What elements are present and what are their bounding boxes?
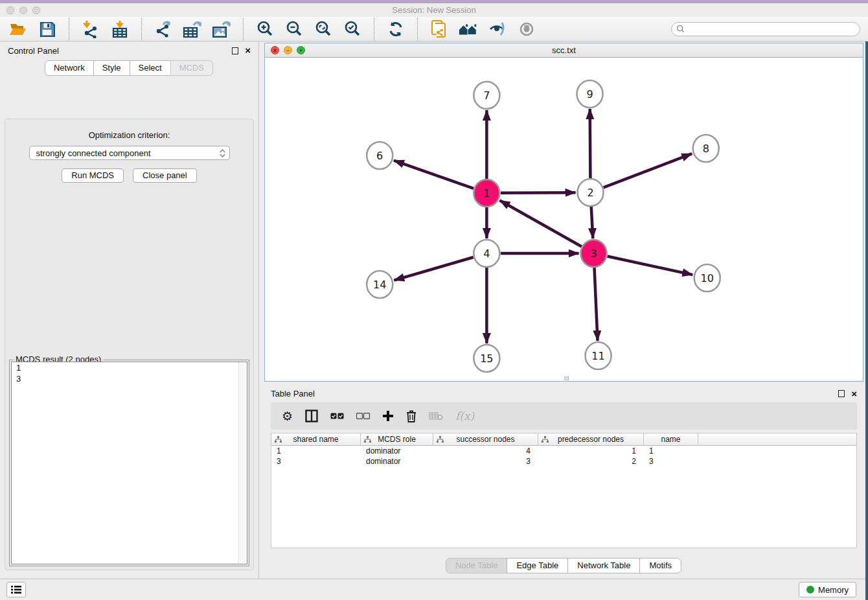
graph-node-9[interactable]: 9: [577, 80, 603, 108]
apply-layout-button[interactable]: [385, 19, 406, 40]
zoom-selected-button[interactable]: [342, 19, 363, 40]
close-panel-button[interactable]: Close panel: [133, 168, 197, 183]
zoom-fit-icon: [314, 20, 332, 38]
result-item: 1: [12, 362, 247, 373]
import-network-button[interactable]: [80, 19, 101, 40]
float-panel-icon[interactable]: [232, 47, 238, 54]
search-field[interactable]: [671, 22, 860, 36]
column-header-successor-nodes[interactable]: successor nodes: [433, 433, 538, 445]
memory-status-icon: [806, 586, 814, 594]
refresh-icon: [387, 21, 404, 38]
float-panel-icon[interactable]: [838, 390, 845, 397]
tab-node-table[interactable]: Node Table: [446, 558, 508, 573]
tab-style[interactable]: Style: [93, 60, 130, 76]
deselect-all-columns-icon[interactable]: [356, 408, 370, 424]
delete-column-icon[interactable]: [406, 408, 417, 424]
tab-edge-table[interactable]: Edge Table: [507, 558, 568, 573]
graph-node-label: 8: [703, 143, 709, 155]
column-label: predecessor nodes: [558, 435, 624, 444]
mcds-result-list[interactable]: 13: [11, 362, 247, 564]
graph-node-14[interactable]: 14: [367, 271, 393, 298]
graph-node-11[interactable]: 11: [586, 342, 611, 369]
network-canvas[interactable]: 7968124314101511: [265, 58, 863, 381]
column-header-predecessor-nodes[interactable]: predecessor nodes: [538, 433, 644, 445]
graph-node-8[interactable]: 8: [693, 135, 719, 162]
add-column-icon[interactable]: [382, 408, 394, 424]
tab-network-table[interactable]: Network Table: [567, 558, 640, 573]
tab-mcds[interactable]: MCDS: [170, 60, 213, 76]
graph-node-7[interactable]: 7: [474, 82, 499, 109]
clone-network-button[interactable]: [429, 19, 450, 40]
graph-edge-3-1[interactable]: [499, 200, 581, 246]
graph-node-label: 10: [701, 272, 714, 284]
tab-select[interactable]: Select: [130, 60, 171, 76]
open-session-button[interactable]: [8, 19, 29, 40]
column-header-shared-name[interactable]: shared name: [271, 433, 361, 445]
table-cell: 3: [271, 457, 361, 466]
graph-edge-3-10[interactable]: [608, 257, 693, 275]
save-session-button[interactable]: [37, 19, 58, 40]
close-panel-icon[interactable]: ×: [851, 391, 857, 397]
show-hidden-button[interactable]: [516, 19, 537, 40]
graph-edge-2-3[interactable]: [591, 206, 593, 238]
criterion-select[interactable]: strongly connected component: [29, 146, 230, 160]
run-mcds-button[interactable]: Run MCDS: [62, 168, 124, 183]
graph-node-2[interactable]: 2: [578, 179, 604, 206]
mcds-panel: Optimization criterion: strongly connect…: [5, 119, 254, 570]
graph-edge-4-14[interactable]: [394, 257, 473, 281]
graph-edge-3-11[interactable]: [595, 267, 598, 341]
delete-table-icon[interactable]: [429, 408, 443, 424]
control-panel: Control Panel × NetworkStyleSelectMCDS O…: [0, 41, 259, 579]
hide-selected-button[interactable]: [487, 19, 508, 40]
canvas-resize-grip[interactable]: [564, 376, 569, 380]
zoom-fit-button[interactable]: [313, 19, 334, 40]
graph-node-label: 14: [373, 279, 386, 291]
column-label: MCDS role: [378, 435, 416, 444]
node-table[interactable]: shared nameMCDS rolesuccessor nodesprede…: [271, 433, 857, 548]
graph-node-10[interactable]: 10: [694, 264, 720, 292]
control-panel-title: Control Panel: [8, 46, 59, 56]
export-table-button[interactable]: [182, 19, 203, 40]
column-label: successor nodes: [456, 435, 514, 444]
graph-edge-2-9[interactable]: [590, 109, 591, 179]
import-table-icon: [111, 20, 128, 38]
column-type-icon: [275, 436, 282, 443]
zoom-selected-icon: [343, 20, 361, 38]
select-all-columns-icon[interactable]: [330, 408, 344, 424]
graph-edge-1-6[interactable]: [394, 161, 474, 189]
graph-node-1[interactable]: 1: [474, 179, 499, 207]
column-header-name[interactable]: name: [644, 433, 698, 445]
graph-node-4[interactable]: 4: [474, 240, 499, 267]
table-row[interactable]: 3dominator323: [271, 456, 856, 467]
graph-node-6[interactable]: 6: [367, 142, 393, 169]
graph-node-label: 6: [376, 150, 383, 162]
graph-node-label: 1: [483, 187, 490, 200]
network-graph[interactable]: 7968124314101511: [265, 58, 863, 381]
zoom-out-button[interactable]: [284, 19, 304, 40]
table-settings-icon[interactable]: ⚙: [282, 408, 293, 424]
tab-motifs[interactable]: Motifs: [639, 558, 681, 573]
column-label: name: [661, 435, 680, 444]
scrollbar-track[interactable]: [238, 362, 247, 564]
table-row[interactable]: 1dominator411: [271, 446, 856, 456]
close-panel-icon[interactable]: ×: [245, 47, 251, 54]
graph-node-3[interactable]: 3: [581, 240, 607, 267]
graph-edge-2-8[interactable]: [604, 154, 692, 187]
graph-edge-1-2[interactable]: [501, 192, 576, 193]
graph-node-label: 9: [586, 88, 593, 100]
split-panel-icon[interactable]: [305, 408, 318, 424]
memory-button[interactable]: Memory: [799, 582, 856, 597]
export-image-button[interactable]: [211, 19, 232, 40]
column-header-mcds-role[interactable]: MCDS role: [361, 433, 433, 445]
tab-network[interactable]: Network: [45, 60, 94, 76]
task-history-button[interactable]: [6, 582, 26, 597]
import-table-button[interactable]: [109, 19, 130, 40]
show-all-button[interactable]: [458, 19, 479, 40]
export-network-button[interactable]: [153, 19, 174, 40]
graph-node-15[interactable]: 15: [474, 345, 499, 372]
search-input[interactable]: [685, 25, 860, 34]
open-folder-icon: [9, 21, 27, 37]
zoom-in-button[interactable]: [255, 19, 275, 40]
function-builder-icon[interactable]: f(x): [455, 408, 474, 424]
main-area: Control Panel × NetworkStyleSelectMCDS O…: [0, 41, 868, 579]
